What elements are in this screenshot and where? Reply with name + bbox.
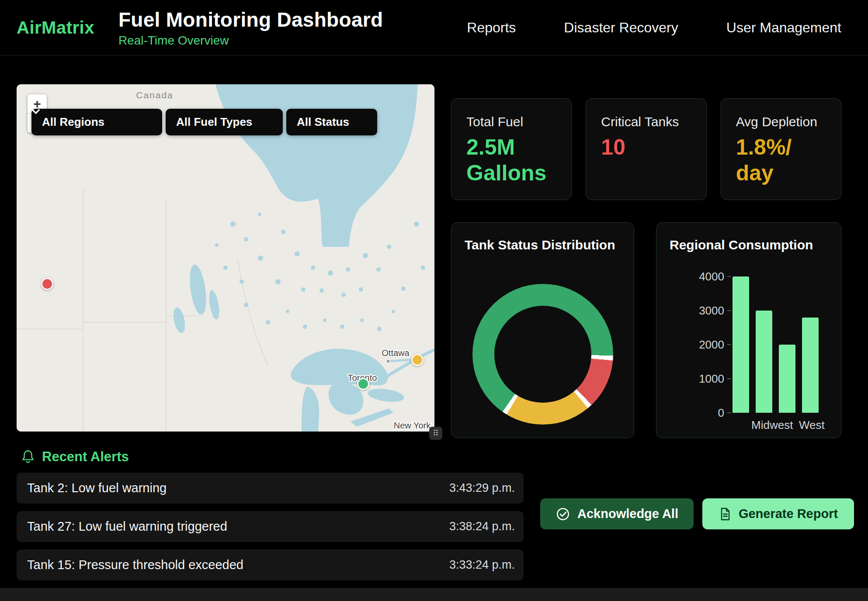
stat-label: Avg Depletion [736, 114, 826, 129]
fuel-type-filter-dropdown[interactable]: All Fuel Types [166, 109, 283, 135]
acknowledge-all-label: Acknowledge All [577, 507, 678, 521]
map-marker-critical[interactable] [41, 278, 53, 290]
bell-icon [21, 449, 35, 464]
main-nav: Reports Disaster Recovery User Managemen… [467, 20, 841, 36]
bar-0 [733, 276, 749, 413]
map-panel[interactable]: Canada Ottawa Toronto New York + − All R… [17, 84, 434, 432]
x-axis-label [776, 418, 799, 432]
x-axis-label: West [799, 418, 823, 432]
bar-2 [779, 345, 795, 413]
status-filter-label: All Status [297, 115, 349, 129]
ottawa-city-dot [386, 359, 390, 363]
check-circle-icon [556, 507, 570, 522]
regional-consumption-card: Regional Consumption 40003000200010000 M… [656, 222, 841, 438]
x-axis-label [728, 418, 751, 432]
alert-message: Tank 15: Pressure threshold exceeded [27, 558, 243, 572]
stat-value: 2.5M Gallons [466, 135, 556, 186]
document-icon [719, 507, 732, 521]
alert-time: 3:38:24 p.m. [449, 520, 515, 533]
map-marker-warning[interactable] [411, 354, 424, 366]
stat-label: Critical Tanks [601, 114, 691, 129]
fuel-type-filter-label: All Fuel Types [176, 115, 252, 129]
y-axis-tick-mark [727, 310, 731, 311]
alert-row[interactable]: Tank 27: Low fuel warning triggered 3:38… [17, 511, 524, 542]
map-marker-normal[interactable] [357, 378, 369, 390]
bar-xlabels: MidwestWest [728, 418, 823, 432]
x-axis-label: Midwest [751, 418, 776, 432]
page-subtitle: Real-Time Overview [118, 34, 383, 48]
stat-cards-row: Total Fuel 2.5M Gallons Critical Tanks 1… [451, 98, 841, 200]
map-label-ottawa: Ottawa [382, 348, 410, 358]
alert-time: 3:43:29 p.m. [449, 481, 515, 495]
donut-hole [494, 306, 591, 403]
nav-item-disaster-recovery[interactable]: Disaster Recovery [564, 20, 678, 36]
map-grip-handle[interactable]: ⠿ [429, 427, 442, 440]
y-axis-tick-label: 0 [678, 406, 724, 419]
alert-row[interactable]: Tank 2: Low fuel warning 3:43:29 p.m. [17, 473, 524, 504]
region-filter-dropdown[interactable]: All Regions [31, 109, 162, 135]
stat-card-avg-depletion: Avg Depletion 1.8%/ day [721, 98, 841, 200]
recent-alerts-title: Recent Alerts [42, 449, 129, 465]
title-block: Fuel Monitoring Dashboard Real-Time Over… [118, 8, 383, 48]
recent-alerts-heading: Recent Alerts [21, 449, 129, 465]
bar-plot [733, 276, 819, 413]
header: AirMatrix Fuel Monitoring Dashboard Real… [0, 0, 868, 55]
y-axis-tick-mark [727, 412, 731, 413]
stat-card-critical-tanks: Critical Tanks 10 [586, 98, 706, 200]
generate-report-label: Generate Report [739, 507, 838, 521]
regional-consumption-title: Regional Consumption [656, 223, 841, 252]
generate-report-button[interactable]: Generate Report [702, 498, 854, 529]
page-title: Fuel Monitoring Dashboard [118, 8, 383, 31]
stat-value: 1.8%/ day [736, 135, 826, 186]
acknowledge-all-button[interactable]: Acknowledge All [540, 498, 694, 529]
nav-item-reports[interactable]: Reports [467, 20, 516, 36]
y-axis-tick-label: 3000 [678, 304, 724, 317]
y-axis-tick-label: 1000 [678, 372, 724, 385]
map-label-new-york: New York [394, 421, 431, 430]
y-axis-tick-label: 2000 [678, 338, 724, 351]
map-canvas[interactable]: Canada Ottawa Toronto New York [17, 84, 434, 432]
nav-item-user-management[interactable]: User Management [726, 20, 841, 36]
y-axis-tick-mark [727, 378, 731, 379]
chevron-down-icon [31, 109, 40, 114]
alert-message: Tank 2: Low fuel warning [27, 481, 167, 495]
stat-label: Total Fuel [466, 114, 556, 129]
bar-yticks: 40003000200010000 [678, 270, 724, 419]
y-axis-tick-label: 4000 [678, 270, 724, 283]
map-filter-bar: All Regions All Fuel Types All Status [31, 109, 377, 135]
bar-3 [802, 318, 819, 413]
tank-status-title: Tank Status Distribution [451, 223, 634, 252]
y-axis-tick-mark [727, 344, 731, 345]
donut-chart [472, 284, 613, 425]
bottom-bar [0, 588, 868, 601]
airmatrix-logo: AirMatrix [17, 18, 94, 38]
tank-status-card: Tank Status Distribution [451, 222, 634, 438]
alert-message: Tank 27: Low fuel warning triggered [27, 519, 227, 534]
map-label-canada: Canada [136, 90, 174, 100]
stat-card-total-fuel: Total Fuel 2.5M Gallons [451, 98, 572, 200]
region-filter-label: All Regions [42, 115, 104, 129]
stat-value: 10 [601, 135, 691, 160]
y-axis-tick-mark [727, 276, 731, 277]
alert-row[interactable]: Tank 15: Pressure threshold exceeded 3:3… [17, 549, 524, 580]
status-filter-dropdown[interactable]: All Status [286, 109, 377, 135]
bar-1 [756, 311, 772, 413]
alert-time: 3:33:24 p.m. [449, 558, 515, 572]
